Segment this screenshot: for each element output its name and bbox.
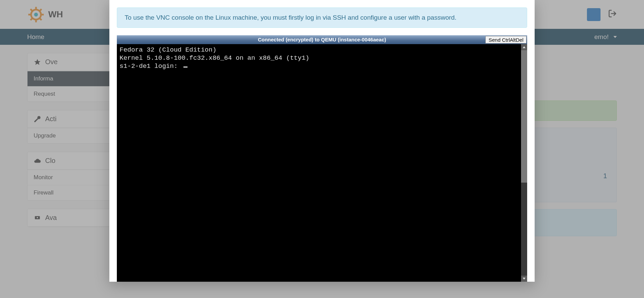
vnc-terminal[interactable]: Fedora 32 (Cloud Edition)Kernel 5.10.8-1… bbox=[117, 44, 521, 282]
svg-marker-14 bbox=[523, 46, 525, 48]
vnc-modal: To use the VNC console on the Linux mach… bbox=[109, 0, 535, 282]
vnc-status-text: Connected (encrypted) to QEMU (instance-… bbox=[258, 37, 386, 42]
svg-marker-15 bbox=[523, 278, 525, 280]
scroll-up-button[interactable] bbox=[521, 44, 527, 50]
vnc-info-alert: To use the VNC console on the Linux mach… bbox=[117, 7, 527, 28]
vnc-frame: Connected (encrypted) to QEMU (instance-… bbox=[117, 35, 527, 282]
terminal-cursor bbox=[183, 67, 187, 68]
scroll-down-button[interactable] bbox=[521, 276, 527, 282]
vnc-titlebar: Connected (encrypted) to QEMU (instance-… bbox=[117, 35, 527, 44]
terminal-scrollbar[interactable] bbox=[521, 44, 527, 282]
scroll-thumb[interactable] bbox=[521, 50, 527, 183]
send-ctrlaltdel-button[interactable]: Send CtrlAltDel bbox=[485, 36, 526, 43]
